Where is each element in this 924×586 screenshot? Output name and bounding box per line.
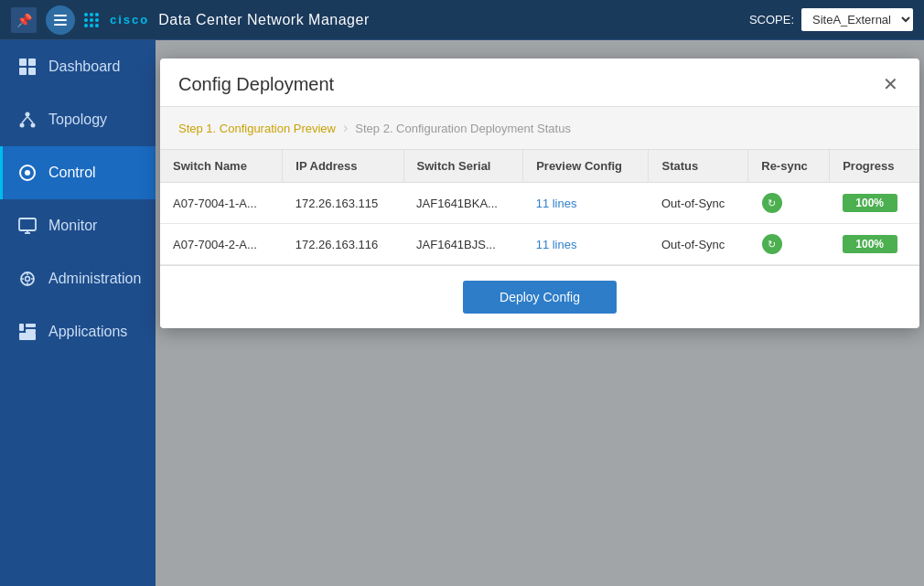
step-1-label: Step 1. Configuration Preview	[178, 122, 336, 135]
pin-button[interactable]: 📌	[11, 7, 37, 33]
svg-point-15	[26, 277, 30, 282]
navbar: 📌 cisco Data Center Network Manager SCOP…	[0, 0, 924, 40]
steps-bar: Step 1. Configuration Preview › Step 2. …	[160, 107, 919, 150]
admin-icon	[17, 269, 38, 289]
main-area: Dashboard Topology Control	[0, 40, 924, 586]
sidebar-item-monitor[interactable]: Monitor	[0, 199, 156, 252]
svg-line-8	[27, 117, 33, 123]
svg-rect-2	[19, 68, 27, 75]
dashboard-icon	[17, 57, 38, 77]
svg-rect-21	[26, 324, 36, 327]
progress-badge-1: 100%	[843, 235, 897, 253]
svg-rect-20	[19, 324, 24, 331]
sidebar-item-control[interactable]: Control	[0, 146, 156, 199]
cell-preview-1[interactable]: 11 lines	[523, 224, 649, 265]
scope-select[interactable]: SiteA_External	[801, 8, 913, 31]
table-header-row: Switch Name IP Address Switch Serial Pre…	[160, 150, 919, 183]
modal-header: Config Deployment ✕	[160, 59, 919, 107]
sidebar-label-monitor: Monitor	[48, 218, 97, 234]
menu-icon	[54, 15, 67, 26]
config-deployment-modal: Config Deployment ✕ Step 1. Configuratio…	[160, 59, 919, 328]
cell-preview-0[interactable]: 11 lines	[523, 183, 649, 224]
progress-badge-0: 100%	[843, 194, 897, 212]
apps-icon	[17, 322, 38, 342]
cell-progress-0: 100%	[830, 183, 919, 224]
modal-overlay: Config Deployment ✕ Step 1. Configuratio…	[156, 40, 924, 586]
cell-resync-1[interactable]: ↻	[748, 224, 830, 265]
app-title: Data Center Network Manager	[158, 12, 740, 28]
deployment-table: Switch Name IP Address Switch Serial Pre…	[160, 150, 919, 265]
col-preview-config: Preview Config	[523, 150, 649, 183]
svg-line-7	[22, 117, 27, 123]
sidebar-label-topology: Topology	[48, 112, 107, 128]
cell-serial-1: JAF1641BJS...	[403, 224, 523, 265]
cell-resync-0[interactable]: ↻	[748, 183, 830, 224]
step-2[interactable]: Step 2. Configuration Deployment Status	[355, 122, 571, 135]
sidebar-label-administration: Administration	[48, 271, 141, 287]
col-progress: Progress	[830, 150, 919, 183]
svg-rect-0	[19, 59, 27, 66]
sidebar: Dashboard Topology Control	[0, 40, 156, 586]
sidebar-item-dashboard[interactable]: Dashboard	[0, 40, 156, 93]
svg-rect-11	[19, 218, 36, 230]
svg-point-5	[20, 123, 25, 128]
cell-status-0: Out-of-Sync	[649, 183, 748, 224]
sidebar-item-administration[interactable]: Administration	[0, 252, 156, 305]
col-status: Status	[649, 150, 748, 183]
sidebar-label-control: Control	[48, 165, 96, 181]
scope-label: SCOPE:	[749, 13, 794, 27]
cisco-dots-icon	[84, 13, 99, 27]
monitor-icon	[17, 216, 38, 236]
svg-rect-1	[28, 59, 36, 66]
sidebar-label-applications: Applications	[48, 324, 127, 340]
modal-footer: Deploy Config	[160, 265, 919, 328]
svg-point-6	[31, 123, 36, 128]
sidebar-item-applications[interactable]: Applications	[0, 305, 156, 358]
table-row: A07-7004-1-A... 172.26.163.115 JAF1641BK…	[160, 183, 919, 224]
col-switch-name: Switch Name	[160, 150, 283, 183]
cell-serial-0: JAF1641BKA...	[403, 183, 523, 224]
step-separator-icon: ›	[343, 120, 348, 136]
cell-ip-1: 172.26.163.116	[283, 224, 403, 265]
cell-switch-name-1: A07-7004-2-A...	[160, 224, 283, 265]
col-ip-address: IP Address	[283, 150, 403, 183]
step-1[interactable]: Step 1. Configuration Preview	[178, 122, 336, 135]
col-switch-serial: Switch Serial	[403, 150, 523, 183]
deploy-config-button[interactable]: Deploy Config	[463, 281, 617, 314]
svg-rect-22	[26, 329, 36, 333]
cell-status-1: Out-of-Sync	[649, 224, 748, 265]
menu-button[interactable]	[46, 5, 75, 35]
svg-point-4	[26, 112, 30, 117]
cell-switch-name-0: A07-7004-1-A...	[160, 183, 283, 224]
svg-point-10	[25, 170, 30, 176]
cell-ip-0: 172.26.163.115	[283, 183, 403, 224]
sidebar-label-dashboard: Dashboard	[48, 59, 120, 75]
cell-progress-1: 100%	[830, 224, 919, 265]
close-button[interactable]: ✕	[879, 73, 901, 95]
topology-icon	[17, 110, 38, 130]
resync-circle-0: ↻	[762, 193, 782, 213]
resync-icon-0[interactable]: ↻	[761, 192, 783, 214]
control-icon	[17, 163, 38, 183]
scope-area: SCOPE: SiteA_External	[749, 8, 913, 31]
logo-area: cisco	[84, 13, 149, 27]
resync-circle-1: ↻	[762, 234, 782, 254]
svg-rect-3	[28, 68, 36, 75]
modal-body: Switch Name IP Address Switch Serial Pre…	[160, 150, 919, 265]
col-resync: Re-sync	[748, 150, 830, 183]
table-row: A07-7004-2-A... 172.26.163.116 JAF1641BJ…	[160, 224, 919, 265]
resync-icon-1[interactable]: ↻	[761, 233, 783, 255]
sidebar-item-topology[interactable]: Topology	[0, 93, 156, 146]
cisco-logo-text: cisco	[110, 13, 149, 27]
modal-title: Config Deployment	[178, 74, 334, 95]
step-2-label: Step 2. Configuration Deployment Status	[355, 122, 571, 135]
svg-rect-23	[19, 333, 36, 340]
content-area: Config Deployment ✕ Step 1. Configuratio…	[156, 40, 924, 586]
